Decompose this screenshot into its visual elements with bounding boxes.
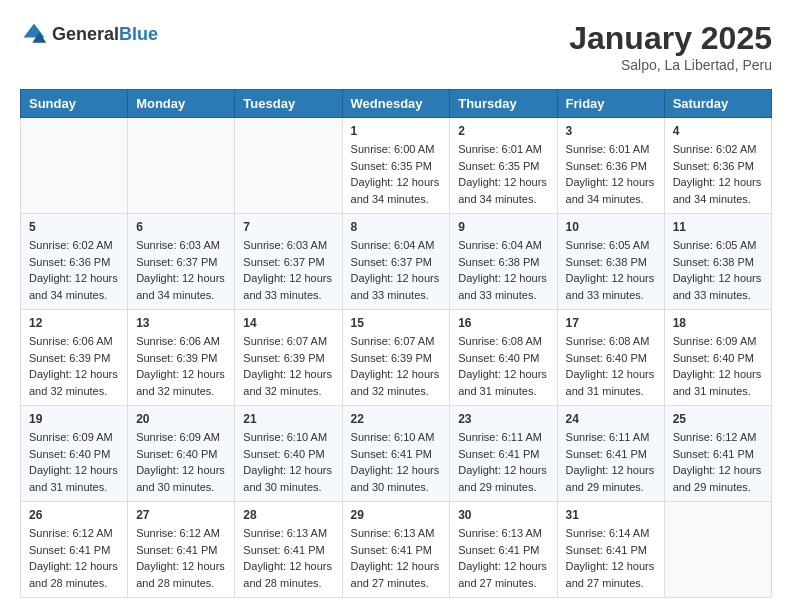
calendar-cell: 15Sunrise: 6:07 AM Sunset: 6:39 PM Dayli… — [342, 310, 450, 406]
day-info: Sunrise: 6:09 AM Sunset: 6:40 PM Dayligh… — [673, 333, 763, 399]
day-number: 22 — [351, 412, 442, 426]
day-info: Sunrise: 6:09 AM Sunset: 6:40 PM Dayligh… — [29, 429, 119, 495]
day-info: Sunrise: 6:01 AM Sunset: 6:35 PM Dayligh… — [458, 141, 548, 207]
day-number: 11 — [673, 220, 763, 234]
day-number: 2 — [458, 124, 548, 138]
calendar-week-row: 19Sunrise: 6:09 AM Sunset: 6:40 PM Dayli… — [21, 406, 772, 502]
calendar-cell: 31Sunrise: 6:14 AM Sunset: 6:41 PM Dayli… — [557, 502, 664, 598]
day-number: 17 — [566, 316, 656, 330]
day-info: Sunrise: 6:13 AM Sunset: 6:41 PM Dayligh… — [243, 525, 333, 591]
calendar-cell: 25Sunrise: 6:12 AM Sunset: 6:41 PM Dayli… — [664, 406, 771, 502]
day-info: Sunrise: 6:06 AM Sunset: 6:39 PM Dayligh… — [29, 333, 119, 399]
day-header-wednesday: Wednesday — [342, 90, 450, 118]
day-info: Sunrise: 6:12 AM Sunset: 6:41 PM Dayligh… — [29, 525, 119, 591]
calendar-cell: 24Sunrise: 6:11 AM Sunset: 6:41 PM Dayli… — [557, 406, 664, 502]
day-info: Sunrise: 6:10 AM Sunset: 6:41 PM Dayligh… — [351, 429, 442, 495]
day-info: Sunrise: 6:12 AM Sunset: 6:41 PM Dayligh… — [136, 525, 226, 591]
day-info: Sunrise: 6:04 AM Sunset: 6:38 PM Dayligh… — [458, 237, 548, 303]
day-number: 9 — [458, 220, 548, 234]
day-number: 6 — [136, 220, 226, 234]
day-number: 1 — [351, 124, 442, 138]
day-number: 16 — [458, 316, 548, 330]
day-number: 10 — [566, 220, 656, 234]
day-info: Sunrise: 6:03 AM Sunset: 6:37 PM Dayligh… — [136, 237, 226, 303]
day-info: Sunrise: 6:02 AM Sunset: 6:36 PM Dayligh… — [673, 141, 763, 207]
day-info: Sunrise: 6:10 AM Sunset: 6:40 PM Dayligh… — [243, 429, 333, 495]
calendar-cell: 5Sunrise: 6:02 AM Sunset: 6:36 PM Daylig… — [21, 214, 128, 310]
calendar-cell: 13Sunrise: 6:06 AM Sunset: 6:39 PM Dayli… — [128, 310, 235, 406]
day-info: Sunrise: 6:02 AM Sunset: 6:36 PM Dayligh… — [29, 237, 119, 303]
day-info: Sunrise: 6:07 AM Sunset: 6:39 PM Dayligh… — [243, 333, 333, 399]
day-header-tuesday: Tuesday — [235, 90, 342, 118]
calendar-cell: 12Sunrise: 6:06 AM Sunset: 6:39 PM Dayli… — [21, 310, 128, 406]
day-number: 8 — [351, 220, 442, 234]
calendar-cell: 29Sunrise: 6:13 AM Sunset: 6:41 PM Dayli… — [342, 502, 450, 598]
day-info: Sunrise: 6:04 AM Sunset: 6:37 PM Dayligh… — [351, 237, 442, 303]
calendar-cell: 18Sunrise: 6:09 AM Sunset: 6:40 PM Dayli… — [664, 310, 771, 406]
day-number: 21 — [243, 412, 333, 426]
calendar-cell: 27Sunrise: 6:12 AM Sunset: 6:41 PM Dayli… — [128, 502, 235, 598]
calendar-cell: 8Sunrise: 6:04 AM Sunset: 6:37 PM Daylig… — [342, 214, 450, 310]
calendar-cell — [21, 118, 128, 214]
calendar-cell — [128, 118, 235, 214]
calendar-cell: 19Sunrise: 6:09 AM Sunset: 6:40 PM Dayli… — [21, 406, 128, 502]
day-number: 30 — [458, 508, 548, 522]
calendar-cell: 2Sunrise: 6:01 AM Sunset: 6:35 PM Daylig… — [450, 118, 557, 214]
calendar-cell: 7Sunrise: 6:03 AM Sunset: 6:37 PM Daylig… — [235, 214, 342, 310]
day-info: Sunrise: 6:03 AM Sunset: 6:37 PM Dayligh… — [243, 237, 333, 303]
day-number: 3 — [566, 124, 656, 138]
calendar-cell: 14Sunrise: 6:07 AM Sunset: 6:39 PM Dayli… — [235, 310, 342, 406]
calendar-cell — [664, 502, 771, 598]
month-year: January 2025 — [569, 20, 772, 57]
calendar-table: SundayMondayTuesdayWednesdayThursdayFrid… — [20, 89, 772, 598]
calendar-cell: 26Sunrise: 6:12 AM Sunset: 6:41 PM Dayli… — [21, 502, 128, 598]
calendar-cell: 1Sunrise: 6:00 AM Sunset: 6:35 PM Daylig… — [342, 118, 450, 214]
day-number: 29 — [351, 508, 442, 522]
day-number: 13 — [136, 316, 226, 330]
calendar-cell — [235, 118, 342, 214]
calendar-cell: 21Sunrise: 6:10 AM Sunset: 6:40 PM Dayli… — [235, 406, 342, 502]
day-header-friday: Friday — [557, 90, 664, 118]
logo-blue: Blue — [119, 24, 158, 44]
day-info: Sunrise: 6:11 AM Sunset: 6:41 PM Dayligh… — [566, 429, 656, 495]
day-number: 12 — [29, 316, 119, 330]
day-number: 4 — [673, 124, 763, 138]
calendar-header-row: SundayMondayTuesdayWednesdayThursdayFrid… — [21, 90, 772, 118]
day-number: 19 — [29, 412, 119, 426]
day-info: Sunrise: 6:00 AM Sunset: 6:35 PM Dayligh… — [351, 141, 442, 207]
calendar-cell: 11Sunrise: 6:05 AM Sunset: 6:38 PM Dayli… — [664, 214, 771, 310]
day-number: 14 — [243, 316, 333, 330]
day-info: Sunrise: 6:07 AM Sunset: 6:39 PM Dayligh… — [351, 333, 442, 399]
day-header-sunday: Sunday — [21, 90, 128, 118]
day-number: 5 — [29, 220, 119, 234]
day-info: Sunrise: 6:08 AM Sunset: 6:40 PM Dayligh… — [566, 333, 656, 399]
day-info: Sunrise: 6:13 AM Sunset: 6:41 PM Dayligh… — [351, 525, 442, 591]
day-info: Sunrise: 6:14 AM Sunset: 6:41 PM Dayligh… — [566, 525, 656, 591]
day-number: 24 — [566, 412, 656, 426]
calendar-week-row: 5Sunrise: 6:02 AM Sunset: 6:36 PM Daylig… — [21, 214, 772, 310]
calendar-cell: 3Sunrise: 6:01 AM Sunset: 6:36 PM Daylig… — [557, 118, 664, 214]
calendar-cell: 22Sunrise: 6:10 AM Sunset: 6:41 PM Dayli… — [342, 406, 450, 502]
day-info: Sunrise: 6:05 AM Sunset: 6:38 PM Dayligh… — [566, 237, 656, 303]
calendar-week-row: 26Sunrise: 6:12 AM Sunset: 6:41 PM Dayli… — [21, 502, 772, 598]
day-number: 28 — [243, 508, 333, 522]
day-header-saturday: Saturday — [664, 90, 771, 118]
day-info: Sunrise: 6:11 AM Sunset: 6:41 PM Dayligh… — [458, 429, 548, 495]
calendar-cell: 6Sunrise: 6:03 AM Sunset: 6:37 PM Daylig… — [128, 214, 235, 310]
day-number: 18 — [673, 316, 763, 330]
day-number: 31 — [566, 508, 656, 522]
logo-general: General — [52, 24, 119, 44]
calendar-cell: 9Sunrise: 6:04 AM Sunset: 6:38 PM Daylig… — [450, 214, 557, 310]
day-header-thursday: Thursday — [450, 90, 557, 118]
calendar-cell: 16Sunrise: 6:08 AM Sunset: 6:40 PM Dayli… — [450, 310, 557, 406]
calendar-cell: 30Sunrise: 6:13 AM Sunset: 6:41 PM Dayli… — [450, 502, 557, 598]
day-number: 7 — [243, 220, 333, 234]
day-number: 27 — [136, 508, 226, 522]
calendar-cell: 17Sunrise: 6:08 AM Sunset: 6:40 PM Dayli… — [557, 310, 664, 406]
calendar-week-row: 1Sunrise: 6:00 AM Sunset: 6:35 PM Daylig… — [21, 118, 772, 214]
day-number: 20 — [136, 412, 226, 426]
logo-icon — [20, 20, 48, 48]
day-number: 26 — [29, 508, 119, 522]
calendar-cell: 23Sunrise: 6:11 AM Sunset: 6:41 PM Dayli… — [450, 406, 557, 502]
day-info: Sunrise: 6:13 AM Sunset: 6:41 PM Dayligh… — [458, 525, 548, 591]
